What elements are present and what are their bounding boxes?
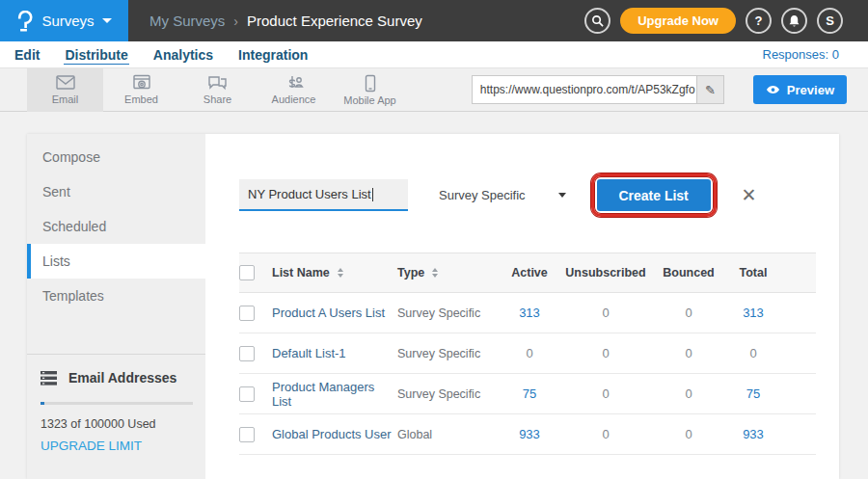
list-name-link[interactable]: Product Managers List [272,380,397,409]
list-type-select[interactable]: Survey Specific [439,188,566,202]
upgrade-limit-link[interactable]: UPGRADE LIMIT [41,439,192,453]
distribute-toolbar: Email Embed Share Audience Mobile App [0,68,868,112]
bounced-count: 0 [654,386,723,401]
responses-count[interactable]: Responses: 0 [763,47,840,62]
avatar[interactable]: S [817,8,843,34]
breadcrumb-my-surveys[interactable]: My Surveys [149,13,225,29]
tool-share-label: Share [203,93,231,105]
active-count[interactable]: 313 [502,306,557,320]
questionpro-logo-icon [16,11,34,32]
col-list-name: List Name [272,266,330,279]
search-icon [591,14,604,27]
active-count: 0 [502,346,557,360]
create-list-button[interactable]: Create List [597,179,711,211]
notifications-button[interactable] [781,8,807,34]
create-list-form: NY Product Users List Survey Specific Cr… [239,173,816,217]
tool-audience[interactable]: Audience [256,68,332,112]
tool-embed[interactable]: Embed [103,68,179,112]
row-checkbox[interactable] [239,346,255,361]
help-button[interactable]: ? [746,8,772,34]
chevron-down-icon [102,18,112,23]
sidebar-item-lists[interactable]: Lists [27,244,205,279]
sidebar-item-compose[interactable]: Compose [27,140,205,174]
tab-integration[interactable]: Integration [237,45,309,64]
table-row: Product A Users List Survey Specific 313… [239,293,816,333]
table-row: Product Managers List Survey Specific 75… [239,374,816,414]
usage-text: 1323 of 100000 Used [41,417,192,431]
email-addresses-title: Email Addresses [68,370,176,386]
list-name-value: NY Product Users List [248,187,371,201]
top-header: Surveys My Surveys › Product Experience … [0,0,868,41]
close-form-button[interactable]: ✕ [742,184,757,206]
sidebar-item-templates[interactable]: Templates [27,279,205,313]
total-count[interactable]: 933 [723,427,783,441]
email-addresses-header: Email Addresses [41,370,192,386]
page-body: Compose Sent Scheduled Lists Templates E… [0,112,868,479]
table-row: Global Products User Global 933 0 0 933 [239,414,816,455]
table-row: Default List-1 Survey Specific 0 0 0 0 [239,333,816,374]
row-checkbox[interactable] [239,306,255,321]
list-name-input[interactable]: NY Product Users List [239,179,408,211]
text-cursor [372,188,373,201]
col-active: Active [502,266,557,279]
chevron-down-icon [558,193,566,198]
bounced-count: 0 [654,427,723,441]
tool-email[interactable]: Email [27,68,103,112]
sidebar-item-sent[interactable]: Sent [27,174,205,209]
row-checkbox[interactable] [239,427,255,442]
col-unsubscribed: Unsubscribed [557,266,654,279]
tool-email-label: Email [52,93,79,105]
upgrade-now-button[interactable]: Upgrade Now [620,8,736,34]
lists-panel: Compose Sent Scheduled Lists Templates E… [27,134,839,479]
total-count[interactable]: 313 [723,306,783,320]
search-button[interactable] [584,8,610,34]
usage-progress-bar [41,402,193,405]
surveys-menu[interactable]: Surveys [0,0,128,41]
toolbar-right: https://www.questionpro.com/t/AP53kZgfo … [472,75,847,104]
tool-mobile-app-label: Mobile App [343,94,395,106]
list-type-value: Survey Specific [439,188,526,202]
total-count: 0 [723,346,783,360]
unsubscribed-count: 0 [557,346,654,360]
share-icon [207,74,228,92]
page-title: Product Experience Survey [247,13,422,29]
tool-share[interactable]: Share [179,68,256,112]
bounced-count: 0 [654,306,723,320]
list-name-link[interactable]: Default List-1 [272,346,397,360]
total-count[interactable]: 75 [723,386,783,401]
edit-url-button[interactable]: ✎ [696,76,723,103]
list-name-link[interactable]: Global Products User [272,427,397,441]
tool-mobile-app[interactable]: Mobile App [332,68,408,112]
bounced-count: 0 [654,346,723,360]
pencil-icon: ✎ [705,83,716,97]
active-count[interactable]: 75 [502,386,557,401]
breadcrumb: My Surveys › Product Experience Survey [149,13,422,29]
survey-url-input[interactable]: https://www.questionpro.com/t/AP53kZgfo [473,76,696,103]
unsubscribed-count: 0 [557,306,654,320]
sidebar-item-scheduled[interactable]: Scheduled [27,209,205,244]
lists-table: List Name Type Active Unsubscribed Bounc… [239,253,816,455]
tab-edit[interactable]: Edit [14,45,41,64]
list-icon [41,371,57,386]
tool-audience-label: Audience [272,93,316,105]
select-all-checkbox[interactable] [239,265,255,280]
col-total: Total [723,266,783,279]
preview-label: Preview [787,83,834,97]
mobile-app-icon [364,74,377,93]
tab-distribute[interactable]: Distribute [64,45,128,65]
tab-analytics[interactable]: Analytics [152,45,214,64]
unsubscribed-count: 0 [557,386,654,401]
usage-progress-fill [41,402,44,405]
list-type: Survey Specific [397,347,502,360]
list-name-link[interactable]: Product A Users List [272,306,397,320]
col-type: Type [397,266,424,279]
email-addresses-section: Email Addresses 1323 of 100000 Used UPGR… [27,354,205,453]
sort-icon[interactable] [432,268,438,278]
active-count[interactable]: 933 [502,427,557,441]
sort-icon[interactable] [338,268,343,278]
survey-url-box: https://www.questionpro.com/t/AP53kZgfo … [472,75,724,104]
list-type: Survey Specific [397,306,502,320]
preview-button[interactable]: Preview [753,75,847,104]
row-checkbox[interactable] [239,386,255,402]
email-icon [55,74,76,92]
